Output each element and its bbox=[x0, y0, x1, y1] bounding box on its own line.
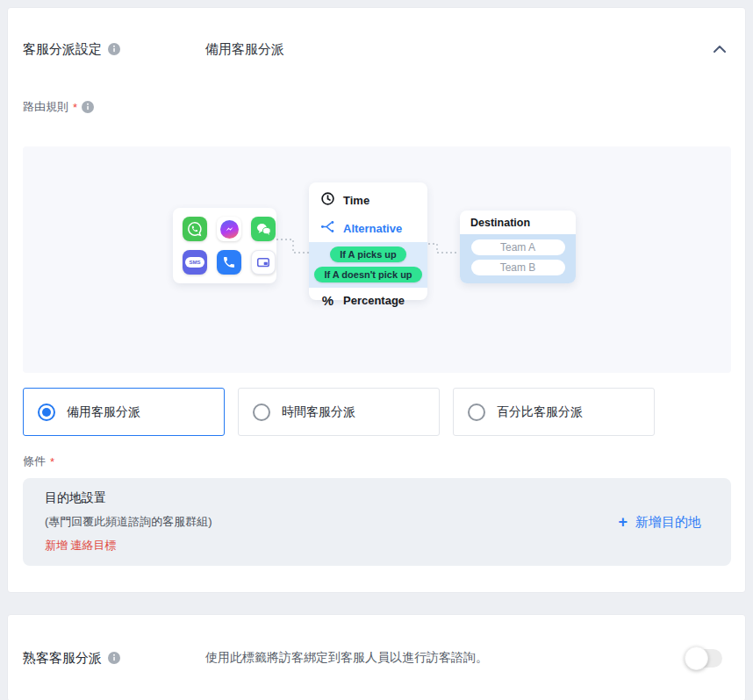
info-icon[interactable] bbox=[108, 652, 120, 664]
toggle-knob[interactable] bbox=[685, 646, 708, 670]
condition-label: 條件 bbox=[23, 454, 46, 469]
branch-pill: If A doesn't pick up bbox=[314, 267, 421, 282]
sms-badge-text: SMS bbox=[189, 260, 200, 265]
destination-config-panel: 目的地設置 (專門回覆此頻道諮詢的客服群組) 新增 連絡目標 + 新增目的地 bbox=[23, 478, 731, 566]
info-icon[interactable] bbox=[108, 43, 120, 55]
required-asterisk: * bbox=[50, 455, 54, 468]
returning-visitor-description: 使用此標籤將訪客綁定到客服人員以進行訪客諮詢。 bbox=[205, 650, 687, 666]
routing-rules-illustration: SMS Time bbox=[23, 146, 731, 373]
section-title: 客服分派設定 bbox=[23, 41, 102, 58]
returning-visitor-assignment-panel: 熟客客服分派 使用此標籤將訪客綁定到客服人員以進行訪客諮詢。 bbox=[7, 614, 746, 700]
info-icon[interactable] bbox=[82, 101, 94, 113]
destination-teams: Team A Team B bbox=[460, 234, 576, 283]
required-asterisk: * bbox=[73, 101, 77, 114]
alternative-split-icon bbox=[320, 219, 335, 237]
selected-assignment-type: 備用客服分派 bbox=[205, 41, 284, 58]
percentage-icon: % bbox=[320, 293, 335, 308]
condition-label-row: 條件 * bbox=[23, 454, 731, 469]
returning-visitor-toggle[interactable] bbox=[687, 649, 722, 668]
menu-alternative-label: Alternative bbox=[343, 222, 402, 235]
option-fallback-assignment[interactable]: 備用客服分派 bbox=[23, 388, 225, 436]
menu-percentage-label: Percentage bbox=[343, 294, 405, 307]
option-percentage-assignment[interactable]: 百分比客服分派 bbox=[453, 388, 655, 436]
destination-title: Destination bbox=[460, 211, 576, 234]
phone-icon bbox=[217, 250, 241, 275]
channels-card: SMS bbox=[173, 208, 276, 283]
menu-item-percentage: % Percentage bbox=[309, 288, 427, 313]
header-label-group: 客服分派設定 bbox=[23, 41, 205, 58]
panel-header: 客服分派設定 備用客服分派 bbox=[23, 39, 731, 59]
plus-icon: + bbox=[618, 514, 628, 530]
destination-config-error: 新增 連絡目標 bbox=[45, 538, 212, 554]
radio-unselected-icon[interactable] bbox=[468, 404, 485, 421]
team-pill: Team A bbox=[471, 239, 565, 255]
option-label: 備用客服分派 bbox=[67, 404, 140, 420]
sms-icon: SMS bbox=[183, 250, 207, 275]
chevron-up-icon bbox=[714, 46, 726, 53]
collapse-section-button[interactable] bbox=[708, 42, 731, 56]
radio-unselected-icon[interactable] bbox=[253, 404, 270, 421]
destination-card: Destination Team A Team B bbox=[460, 211, 576, 283]
messenger-icon bbox=[217, 217, 241, 241]
add-destination-button[interactable]: + 新增目的地 bbox=[618, 514, 701, 531]
option-time-assignment[interactable]: 時間客服分派 bbox=[238, 388, 440, 436]
option-label: 百分比客服分派 bbox=[497, 404, 583, 420]
clock-icon bbox=[320, 191, 335, 209]
menu-time-label: Time bbox=[343, 194, 369, 207]
menu-item-time: Time bbox=[309, 186, 427, 214]
routing-rules-label-row: 路由規則 * bbox=[23, 99, 731, 115]
menu-item-alternative: Alternative bbox=[309, 214, 427, 242]
returning-visitor-label: 熟客客服分派 bbox=[23, 650, 102, 667]
team-pill: Team B bbox=[471, 260, 565, 275]
branch-pill: If A picks up bbox=[330, 246, 406, 262]
add-destination-label: 新增目的地 bbox=[635, 514, 701, 531]
destination-config-title: 目的地設置 bbox=[45, 490, 212, 506]
alternative-branches: If A picks up If A doesn't pick up bbox=[309, 242, 427, 288]
assignment-settings-panel: 客服分派設定 備用客服分派 路由規則 * bbox=[7, 7, 746, 593]
whatsapp-icon bbox=[183, 217, 207, 241]
widget-icon bbox=[251, 250, 276, 275]
assignment-type-options: 備用客服分派 時間客服分派 百分比客服分派 bbox=[23, 388, 731, 436]
routing-menu-card: Time Alternative If A picks up If A does… bbox=[309, 182, 427, 300]
radio-selected-icon[interactable] bbox=[38, 404, 55, 421]
option-label: 時間客服分派 bbox=[282, 404, 355, 420]
destination-config-text: 目的地設置 (專門回覆此頻道諮詢的客服群組) 新增 連絡目標 bbox=[45, 490, 212, 554]
routing-rules-label: 路由規則 bbox=[23, 99, 68, 115]
p2-label-group: 熟客客服分派 bbox=[23, 650, 205, 667]
wechat-icon bbox=[251, 217, 276, 241]
destination-config-subtitle: (專門回覆此頻道諮詢的客服群組) bbox=[45, 514, 212, 530]
